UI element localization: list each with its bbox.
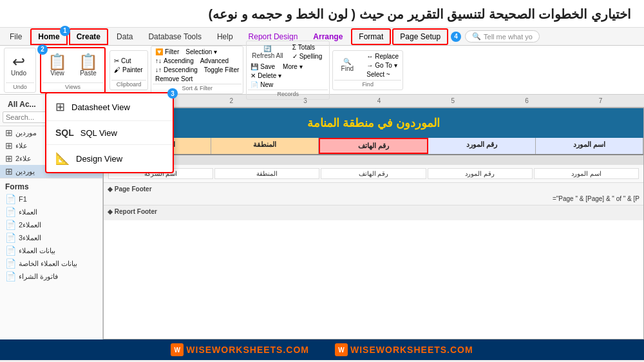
format-painter-button[interactable]: 🖌 Painter bbox=[111, 66, 146, 74]
view-button[interactable]: 📋 View bbox=[43, 50, 72, 82]
replace-button[interactable]: ↔ Replace bbox=[364, 52, 401, 61]
tab-pagesetup[interactable]: Page Setup bbox=[392, 28, 448, 45]
datasheet-view-option[interactable]: ⊞ Datasheet View bbox=[46, 93, 173, 121]
watermark-bar: W WISEWORKSHEETS.COM W WISEWORKSHEETS.CO… bbox=[0, 339, 644, 360]
page-title: اختياري الخطوات الصحيحة لتنسيق التقرير م… bbox=[0, 0, 644, 28]
tab-dbtools[interactable]: Database Tools bbox=[141, 29, 209, 44]
form-icon-6: 📄 bbox=[5, 258, 16, 269]
ruler-2: 2 bbox=[230, 97, 234, 104]
spelling-button[interactable]: ✓ Spelling bbox=[290, 52, 325, 61]
find-button[interactable]: 🔍 Find bbox=[334, 52, 360, 79]
paste-icon: 📋 bbox=[79, 54, 98, 70]
new-icon: 📄 bbox=[251, 81, 258, 88]
sql-icon: SQL bbox=[55, 128, 74, 138]
design-label: Design View bbox=[76, 154, 122, 164]
ascending-button[interactable]: ↑↓ Ascending bbox=[153, 57, 196, 65]
cut-button[interactable]: ✂ Cut bbox=[111, 57, 146, 65]
ruler-6: 6 bbox=[525, 97, 529, 104]
paste-button[interactable]: 📋 Paste bbox=[73, 50, 103, 82]
replace-icon: ↔ bbox=[366, 53, 373, 60]
selection-button[interactable]: Selection ▾ bbox=[183, 48, 220, 56]
badge-3: 3 bbox=[167, 88, 178, 99]
spelling-label: Spelling bbox=[299, 53, 323, 60]
ruler: ◂ 2 1 2 3 4 5 6 7 bbox=[103, 95, 644, 108]
desc-icon: ↓↑ bbox=[155, 66, 162, 73]
advanced-button[interactable]: Advanced bbox=[198, 57, 231, 65]
sidebar-item-label: بيانات العملاء bbox=[19, 247, 55, 255]
design-view-option[interactable]: 📐 Design View bbox=[46, 145, 173, 172]
sidebar-item-omala3[interactable]: 📄 العملاء3 bbox=[0, 231, 102, 244]
remove-sort-label: Remove Sort bbox=[155, 75, 193, 82]
delete-button[interactable]: ✕ Delete ▾ bbox=[248, 71, 284, 80]
tab-data[interactable]: Data bbox=[109, 29, 140, 44]
table-icon-2: ⊞ bbox=[5, 140, 13, 151]
sidebar-item-label: علاء bbox=[15, 142, 28, 150]
find-icon: 🔍 bbox=[343, 58, 351, 65]
select-button[interactable]: Select ~ bbox=[364, 70, 401, 79]
save-icon: 💾 bbox=[251, 63, 258, 70]
new-button[interactable]: 📄 New bbox=[248, 81, 276, 89]
asc-label: Ascending bbox=[164, 57, 194, 64]
design-icon: 📐 bbox=[55, 151, 70, 166]
report-title: الموردون في منطقة المنامة bbox=[111, 116, 636, 130]
sidebar-item-omala2[interactable]: 📄 العملاء2 bbox=[0, 218, 102, 231]
tab-format[interactable]: Format bbox=[351, 28, 391, 45]
page-footer-section: ◆ Page Footer ="Page " & [Page] & " of "… bbox=[104, 183, 643, 205]
remove-sort-button[interactable]: Remove Sort bbox=[153, 75, 195, 83]
totals-icon: Σ bbox=[292, 44, 296, 51]
undo-icon: ↩ bbox=[12, 54, 25, 70]
delete-label: Delete ▾ bbox=[258, 72, 281, 79]
sort-filter-group: 🔽 Filter Selection ▾ ↑↓ Ascending Advanc… bbox=[151, 46, 243, 94]
report-columns: اسم الشركة المنطقة رقم الهاتف رقم المورد… bbox=[104, 138, 643, 155]
sql-view-option[interactable]: SQL SQL View bbox=[46, 121, 173, 145]
save-label: Save bbox=[260, 63, 275, 70]
refresh-label: Refresh All bbox=[252, 52, 283, 59]
tab-help[interactable]: Help bbox=[210, 29, 240, 44]
report-header: الموردون في منطقة المنامة bbox=[104, 108, 643, 138]
detail-section: ◆ Detail اسم المورد رقم المورد رقم الهات… bbox=[104, 155, 643, 183]
replace-label: Replace bbox=[375, 53, 399, 60]
sidebar-item-bayanat-khasa[interactable]: 📄 بيانات العملاء الخاصة bbox=[0, 257, 102, 270]
sidebar-item-label: موردين bbox=[15, 129, 37, 137]
form-icon-2: 📄 bbox=[5, 207, 16, 217]
sidebar-item-label: فاتورة الشراء bbox=[19, 272, 58, 281]
asc-icon: ↑↓ bbox=[155, 57, 162, 64]
spelling-icon: ✓ bbox=[292, 53, 298, 60]
tab-file[interactable]: File bbox=[3, 29, 29, 44]
find-group: 🔍 Find ↔ Replace → Go To ▾ Select ~ bbox=[332, 50, 403, 90]
refresh-all-button[interactable]: 🔄 Refresh All bbox=[248, 43, 287, 62]
detail-cell-num: رقم المورد bbox=[428, 168, 533, 179]
sidebar-item-f1[interactable]: 📄 F1 bbox=[0, 193, 102, 205]
goto-label: Go To ▾ bbox=[375, 62, 397, 69]
more-button[interactable]: More ▾ bbox=[280, 62, 305, 71]
save-button[interactable]: 💾 Save bbox=[248, 62, 278, 71]
sidebar-item-omala[interactable]: 📄 العملاء bbox=[0, 205, 102, 218]
totals-button[interactable]: Σ Totals bbox=[290, 43, 325, 52]
view-dropdown: 3 ⊞ Datasheet View SQL SQL View 📐 Design… bbox=[45, 92, 174, 173]
sidebar-item-label: العملاء3 bbox=[19, 234, 41, 242]
descending-button[interactable]: ↓↑ Descending bbox=[153, 66, 200, 74]
report-footer-text: Report Footer bbox=[115, 208, 157, 215]
filter-button[interactable]: 🔽 Filter bbox=[153, 48, 182, 56]
sidebar-item-fatura[interactable]: 📄 فاتورة الشراء bbox=[0, 270, 102, 283]
tell-me-input[interactable]: 🔍 Tell me what yo bbox=[465, 30, 540, 43]
watermark-text-left: WISEWORKSHEETS.COM bbox=[186, 345, 309, 355]
sql-label: SQL View bbox=[80, 128, 117, 138]
wm-icon-left: W bbox=[171, 343, 184, 356]
search-icon: 🔍 bbox=[472, 32, 481, 41]
sidebar-item-bayanat[interactable]: 📄 بيانات العملاء bbox=[0, 244, 102, 257]
page-footer-arrow: ◆ bbox=[108, 186, 113, 193]
filter-icon: 🔽 bbox=[155, 48, 163, 55]
toggle-filter-button[interactable]: Toggle Filter bbox=[202, 66, 242, 74]
sort-filter-label: Sort & Filter bbox=[153, 84, 242, 92]
tab-create[interactable]: Create bbox=[69, 28, 108, 45]
undo-group: ↩ Undo Undo bbox=[4, 48, 36, 93]
goto-button[interactable]: → Go To ▾ bbox=[364, 61, 401, 70]
table-icon-4: ⊞ bbox=[5, 166, 13, 176]
undo-button[interactable]: ↩ Undo bbox=[6, 50, 32, 82]
report-footer-arrow: ◆ bbox=[108, 208, 113, 215]
forms-title: Forms bbox=[0, 178, 102, 193]
views-group-label: Views bbox=[43, 82, 103, 91]
sidebar-item-label: علاء2 bbox=[15, 155, 32, 163]
tab-home[interactable]: Home 1 bbox=[30, 28, 67, 45]
